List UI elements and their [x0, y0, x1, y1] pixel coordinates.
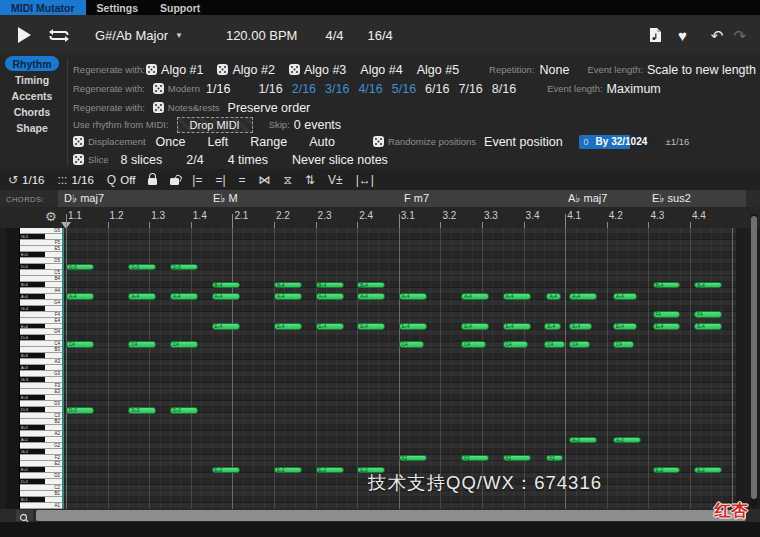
midi-note[interactable]: D♭5 [66, 264, 94, 271]
midi-note[interactable]: E♭2 [694, 467, 722, 474]
bpm-display[interactable]: 120.00 BPM [226, 28, 298, 43]
midi-note[interactable]: A♭4 [316, 293, 344, 300]
midi-note[interactable]: E♭2 [212, 467, 240, 474]
align-equal-icon[interactable]: = [239, 173, 246, 187]
fraction-4-16[interactable]: 4/16 [358, 82, 382, 96]
sidebar-item-shape[interactable]: Shape [5, 120, 59, 135]
fraction-5-16[interactable]: 5/16 [392, 82, 416, 96]
dice-icon[interactable] [146, 64, 157, 75]
midi-note[interactable]: C4 [399, 341, 424, 348]
event-length-value[interactable]: Maximum [607, 82, 661, 96]
midi-note[interactable]: B♭4 [274, 282, 302, 289]
fraction-3-16[interactable]: 3/16 [325, 82, 349, 96]
velocity-strip[interactable] [6, 228, 20, 509]
midi-note[interactable]: C4 [128, 341, 156, 348]
tab-support[interactable]: Support [149, 0, 211, 15]
midi-note[interactable]: A♭4 [170, 293, 198, 300]
midi-note[interactable]: A♭4 [613, 293, 637, 300]
displacement-once[interactable]: Once [156, 135, 186, 149]
redo-icon[interactable]: ↷ [733, 28, 746, 43]
randomize-positions-label[interactable]: Randomize positions [388, 136, 476, 147]
chord-e-m[interactable]: E♭ M [213, 192, 238, 205]
slice-8-slices[interactable]: 8 slices [121, 153, 163, 167]
modern-value[interactable]: 1/16 [206, 82, 230, 96]
quantize-loop-icon[interactable]: ↺1/16 [8, 173, 44, 187]
midi-note[interactable]: B♭4 [357, 282, 385, 289]
midi-note[interactable]: E♭4 [316, 323, 344, 330]
midi-file-icon[interactable] [649, 27, 662, 43]
slice-2-4[interactable]: 2/4 [186, 153, 203, 167]
slice-label[interactable]: Slice [88, 154, 109, 165]
horizontal-scrollbar-thumb[interactable] [36, 510, 746, 521]
midi-note[interactable]: F2 [546, 455, 563, 462]
note-grid[interactable]: D♭5D♭5D♭5B♭4B♭4B♭4B♭4B♭4B♭4A♭4A♭4A♭4A♭4A… [62, 228, 736, 509]
algo-option-algo-2[interactable]: Algo #2 [217, 63, 274, 77]
undo-icon[interactable]: ↶ [711, 28, 724, 43]
dice-icon[interactable] [153, 83, 164, 94]
midi-note[interactable]: F4 [694, 311, 722, 318]
midi-note[interactable]: C4 [461, 341, 486, 348]
midi-note[interactable]: E♭4 [503, 323, 531, 330]
dice-icon[interactable] [153, 102, 164, 113]
time-signature[interactable]: 4/4 [325, 28, 343, 43]
displacement-range[interactable]: Range [250, 135, 287, 149]
modern-label[interactable]: Modern [168, 83, 200, 94]
displacement-label[interactable]: Displacement [88, 136, 146, 147]
displacement-left[interactable]: Left [207, 135, 228, 149]
midi-note[interactable]: E♭4 [694, 323, 722, 330]
midi-note[interactable]: C4 [569, 341, 590, 348]
length-signature[interactable]: 16/4 [368, 28, 393, 43]
midi-note[interactable]: E♭4 [274, 323, 302, 330]
midi-note[interactable]: C4 [503, 341, 528, 348]
midi-note[interactable]: C4 [66, 341, 94, 348]
heart-icon[interactable]: ♥ [678, 28, 687, 43]
tab-settings[interactable]: Settings [86, 0, 149, 15]
midi-note[interactable]: F2 [461, 455, 489, 462]
midi-note[interactable]: E♭2 [274, 467, 302, 474]
piano-keyboard[interactable]: G5G♭5F5E5E♭5D5D♭5C5B4B♭4A4A♭4G4G♭4F4E4E♭… [20, 228, 62, 509]
skip-value[interactable]: 0 events [294, 118, 341, 132]
hourglass-icon[interactable]: ⧖ [284, 173, 292, 187]
play-icon[interactable] [18, 27, 31, 43]
midi-note[interactable]: C4 [170, 341, 198, 348]
midi-note[interactable]: A♭4 [128, 293, 156, 300]
midi-note[interactable]: D♭3 [170, 407, 198, 414]
midi-note[interactable]: D♭5 [170, 264, 198, 271]
zoom-button[interactable] [16, 510, 33, 521]
midi-note[interactable]: B♭4 [212, 282, 240, 289]
quantize-strength-icon[interactable]: QOff [107, 173, 135, 187]
repetition-value[interactable]: None [540, 63, 570, 77]
vertical-scrollbar-thumb[interactable] [751, 216, 757, 499]
dice-icon[interactable] [217, 64, 228, 75]
midi-note[interactable]: A♭4 [399, 293, 427, 300]
midi-note[interactable]: A♭4 [274, 293, 302, 300]
velocity-range-icon[interactable]: V± [328, 173, 343, 187]
algo-option-algo-3[interactable]: Algo #3 [289, 63, 346, 77]
sidebar-item-timing[interactable]: Timing [5, 72, 59, 87]
drop-midi-zone[interactable]: Drop MIDI [177, 117, 253, 133]
slice-4-times[interactable]: 4 times [228, 153, 268, 167]
grid-size-icon[interactable]: :::1/16 [57, 173, 93, 187]
midi-note[interactable]: C4 [544, 341, 565, 348]
notes-rests-label[interactable]: Notes&rests [168, 102, 220, 113]
midi-note[interactable]: A♭4 [66, 293, 94, 300]
midi-note[interactable]: E♭4 [461, 323, 489, 330]
midi-note[interactable]: E♭4 [653, 323, 681, 330]
chords-track[interactable] [58, 190, 746, 207]
midi-note[interactable]: A♭2 [569, 437, 597, 444]
displacement-auto[interactable]: Auto [309, 135, 335, 149]
midi-note[interactable]: E♭4 [544, 323, 561, 330]
chord-a-maj7[interactable]: A♭ maj7 [568, 192, 607, 205]
midi-note[interactable]: B♭4 [316, 282, 344, 289]
chord-e-sus2[interactable]: E♭ sus2 [652, 192, 691, 205]
dice-icon[interactable] [373, 136, 384, 147]
transpose-updown-icon[interactable]: ⇅ [305, 173, 315, 187]
midi-note[interactable]: A♭2 [613, 437, 641, 444]
algo-option-algo-1[interactable]: Algo #1 [146, 63, 203, 77]
dice-icon[interactable] [73, 154, 84, 165]
fraction-6-16[interactable]: 6/16 [425, 82, 449, 96]
midi-note[interactable]: B♭4 [694, 282, 722, 289]
midi-note[interactable]: C4 [613, 341, 634, 348]
vertical-scrollbar[interactable] [751, 214, 757, 506]
gear-icon[interactable]: ⚙ [45, 209, 57, 224]
